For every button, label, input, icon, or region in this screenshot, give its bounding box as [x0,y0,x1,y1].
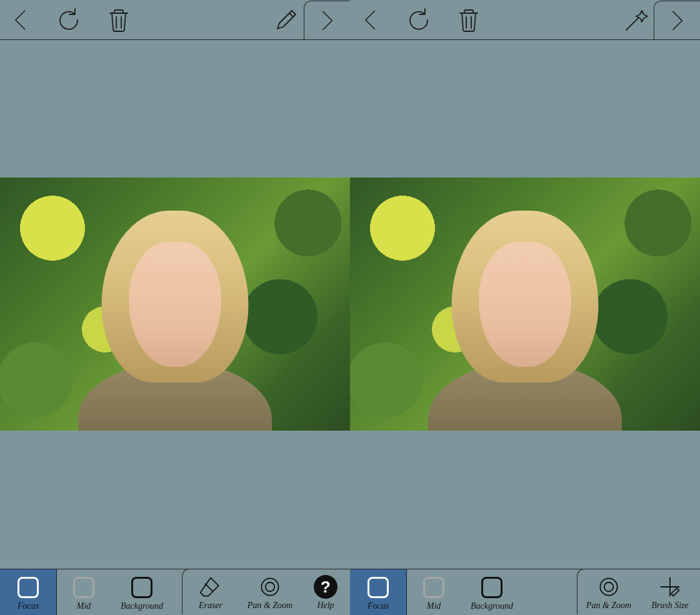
depth-focus[interactable]: Focus [351,569,405,615]
depth-label: Focus [368,601,389,612]
trash-icon [455,6,482,34]
tool-label: Eraser [199,600,222,611]
mid-swatch-icon [73,577,94,598]
undo-button[interactable] [56,6,84,34]
tool-label: Help [317,600,334,611]
back-button[interactable] [8,6,35,34]
tool-panzoom[interactable]: Pan & Zoom [578,569,640,614]
mid-swatch-icon [423,577,444,598]
pencil-icon [272,6,300,34]
depth-label: Mid [427,601,441,612]
bottom-toolbar: Focus Mid Background Pan & Zoom Brush Si… [350,569,700,615]
background-swatch-icon [481,577,502,598]
eraser-icon [198,574,223,599]
tool-eraser[interactable]: Eraser [182,569,239,614]
pan-zoom-icon [596,574,621,599]
tool-panzoom[interactable]: Pan & Zoom [239,569,301,614]
delete-button[interactable] [105,6,132,34]
next-button[interactable] [304,1,350,40]
depth-background[interactable]: Background [461,569,523,615]
magic-wand-icon [622,6,650,34]
left-panel: Focus Mid Background Eraser Pan & Zoom [0,0,350,615]
depth-label: Background [471,601,513,612]
chevron-right-icon [665,7,690,34]
photo-placeholder [350,178,700,431]
focus-swatch-icon [368,577,389,598]
chevron-left-icon [359,6,384,34]
photo-placeholder [0,178,350,431]
tool-label: Pan & Zoom [248,600,292,611]
tool-label: Pan & Zoom [586,600,631,611]
depth-label: Focus [18,601,39,612]
background-swatch-icon [131,577,152,598]
next-button[interactable] [654,1,700,40]
depth-label: Mid [77,601,91,612]
delete-button[interactable] [455,6,482,34]
help-icon: ? [314,575,338,599]
editor-canvas[interactable] [0,40,350,569]
back-button[interactable] [358,6,385,34]
trash-icon [105,6,132,34]
tool-brushsize[interactable]: Brush Size [640,569,700,614]
chevron-right-icon [315,7,340,34]
depth-label: Background [121,601,163,612]
undo-icon [406,6,434,34]
focus-swatch-icon [18,577,39,598]
depth-mid[interactable]: Mid [57,569,111,615]
top-toolbar [0,0,350,40]
top-toolbar [350,0,700,40]
bottom-toolbar: Focus Mid Background Eraser Pan & Zoom [0,569,350,615]
tool-label: Brush Size [651,600,689,611]
right-panel: Focus Mid Background Pan & Zoom Brush Si… [350,0,700,615]
depth-focus[interactable]: Focus [1,569,55,615]
chevron-left-icon [9,6,34,34]
mode-button[interactable] [272,6,300,34]
depth-mid[interactable]: Mid [407,569,461,615]
editor-canvas[interactable] [350,40,700,569]
depth-background[interactable]: Background [111,569,173,615]
tool-help[interactable]: ? Help [301,569,350,614]
undo-button[interactable] [406,6,434,34]
brush-size-icon [658,574,682,599]
mode-button[interactable] [622,6,650,34]
undo-icon [56,6,84,34]
pan-zoom-icon [258,574,282,599]
